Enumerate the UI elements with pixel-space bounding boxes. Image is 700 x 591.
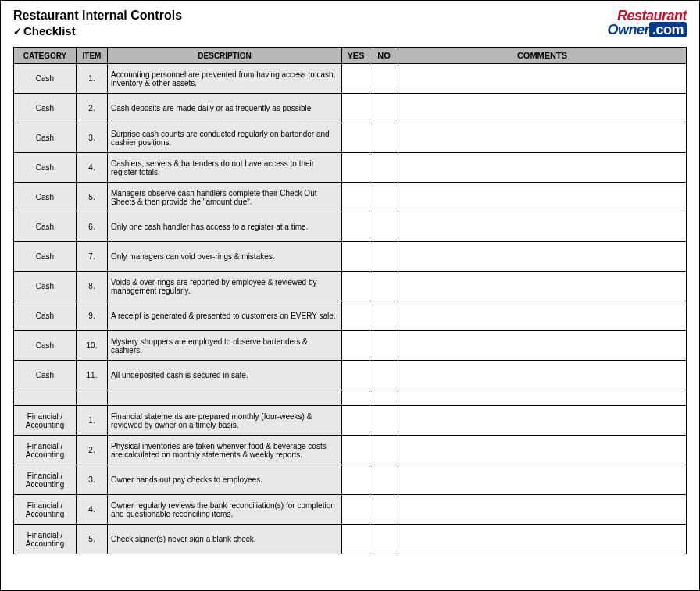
yes-cell[interactable]: [342, 436, 370, 465]
description-cell: Accounting personnel are prevented from …: [108, 64, 342, 94]
item-cell: 2.: [77, 94, 108, 123]
no-cell[interactable]: [370, 361, 398, 390]
no-cell[interactable]: [370, 406, 398, 436]
col-category: CATEGORY: [14, 48, 77, 64]
item-cell: 7.: [77, 242, 108, 272]
yes-cell[interactable]: [342, 406, 370, 436]
item-cell: 5.: [77, 525, 108, 554]
checklist-table: CATEGORY ITEM DESCRIPTION YES NO COMMENT…: [13, 47, 687, 554]
header: Restaurant Internal Controls ✓Checklist …: [13, 7, 687, 39]
comments-cell[interactable]: [398, 123, 687, 153]
comments-cell[interactable]: [398, 361, 687, 390]
description-cell: Financial statements are prepared monthl…: [108, 406, 342, 436]
logo-com: .com: [649, 22, 687, 37]
comments-cell[interactable]: [398, 465, 687, 495]
no-cell[interactable]: [370, 183, 398, 212]
item-cell: 3.: [77, 465, 108, 495]
spacer-row: [14, 390, 687, 406]
no-cell[interactable]: [370, 94, 398, 123]
comments-cell[interactable]: [398, 64, 687, 94]
comments-cell[interactable]: [398, 212, 687, 242]
category-cell: Cash: [14, 183, 77, 212]
yes-cell[interactable]: [342, 495, 370, 525]
no-cell[interactable]: [370, 525, 398, 554]
yes-cell[interactable]: [342, 183, 370, 212]
check-icon: ✓: [13, 26, 22, 37]
table-row: Cash5.Managers observe cash handlers com…: [14, 183, 687, 212]
category-cell: Financial / Accounting: [14, 495, 77, 525]
comments-cell[interactable]: [398, 153, 687, 183]
table-row: Cash9.A receipt is generated & presented…: [14, 301, 687, 331]
yes-cell[interactable]: [342, 153, 370, 183]
description-cell: Cashiers, servers & bartenders do not ha…: [108, 153, 342, 183]
description-cell: Managers observe cash handlers complete …: [108, 183, 342, 212]
comments-cell[interactable]: [398, 272, 687, 301]
description-cell: Mystery shoppers are employed to observe…: [108, 331, 342, 361]
table-row: Cash6.Only one cash handler has access t…: [14, 212, 687, 242]
table-row: Financial / Accounting3.Owner hands out …: [14, 465, 687, 495]
no-cell[interactable]: [370, 64, 398, 94]
category-cell: Cash: [14, 301, 77, 331]
comments-cell[interactable]: [398, 525, 687, 554]
no-cell[interactable]: [370, 123, 398, 153]
yes-cell[interactable]: [342, 242, 370, 272]
no-cell[interactable]: [370, 242, 398, 272]
no-cell[interactable]: [370, 272, 398, 301]
page-subtitle: ✓Checklist: [13, 24, 182, 37]
table-row: Cash11.All undeposited cash is secured i…: [14, 361, 687, 390]
col-item: ITEM: [77, 48, 108, 64]
yes-cell[interactable]: [342, 361, 370, 390]
comments-cell[interactable]: [398, 406, 687, 436]
no-cell[interactable]: [370, 495, 398, 525]
no-cell[interactable]: [370, 331, 398, 361]
item-cell: 5.: [77, 183, 108, 212]
item-cell: 4.: [77, 153, 108, 183]
item-cell: 3.: [77, 123, 108, 153]
table-row: Cash1.Accounting personnel are prevented…: [14, 64, 687, 94]
yes-cell[interactable]: [342, 123, 370, 153]
col-no: NO: [370, 48, 398, 64]
spacer-cell: [398, 390, 687, 406]
item-cell: 8.: [77, 272, 108, 301]
no-cell[interactable]: [370, 301, 398, 331]
item-cell: 6.: [77, 212, 108, 242]
description-cell: Only managers can void over-rings & mist…: [108, 242, 342, 272]
table-row: Financial / Accounting5.Check signer(s) …: [14, 525, 687, 554]
title-block: Restaurant Internal Controls ✓Checklist: [13, 9, 182, 37]
yes-cell[interactable]: [342, 272, 370, 301]
category-cell: Cash: [14, 153, 77, 183]
no-cell[interactable]: [370, 212, 398, 242]
yes-cell[interactable]: [342, 465, 370, 495]
no-cell[interactable]: [370, 436, 398, 465]
table-row: Cash7.Only managers can void over-rings …: [14, 242, 687, 272]
col-comments: COMMENTS: [398, 48, 687, 64]
yes-cell[interactable]: [342, 331, 370, 361]
table-row: Cash2.Cash deposits are made daily or as…: [14, 94, 687, 123]
spacer-cell: [342, 390, 370, 406]
spacer-cell: [77, 390, 108, 406]
table-row: Cash3.Surprise cash counts are conducted…: [14, 123, 687, 153]
header-row: CATEGORY ITEM DESCRIPTION YES NO COMMENT…: [14, 48, 687, 64]
category-cell: Financial / Accounting: [14, 525, 77, 554]
yes-cell[interactable]: [342, 212, 370, 242]
comments-cell[interactable]: [398, 183, 687, 212]
col-yes: YES: [342, 48, 370, 64]
comments-cell[interactable]: [398, 331, 687, 361]
description-cell: Check signer(s) never sign a blank check…: [108, 525, 342, 554]
yes-cell[interactable]: [342, 94, 370, 123]
item-cell: 2.: [77, 436, 108, 465]
yes-cell[interactable]: [342, 64, 370, 94]
comments-cell[interactable]: [398, 495, 687, 525]
comments-cell[interactable]: [398, 301, 687, 331]
comments-cell[interactable]: [398, 94, 687, 123]
no-cell[interactable]: [370, 153, 398, 183]
comments-cell[interactable]: [398, 436, 687, 465]
yes-cell[interactable]: [342, 301, 370, 331]
comments-cell[interactable]: [398, 242, 687, 272]
table-row: Cash8.Voids & over-rings are reported by…: [14, 272, 687, 301]
no-cell[interactable]: [370, 465, 398, 495]
yes-cell[interactable]: [342, 525, 370, 554]
page-title: Restaurant Internal Controls: [13, 9, 182, 23]
table-row: Financial / Accounting4.Owner regularly …: [14, 495, 687, 525]
description-cell: Voids & over-rings are reported by emplo…: [108, 272, 342, 301]
